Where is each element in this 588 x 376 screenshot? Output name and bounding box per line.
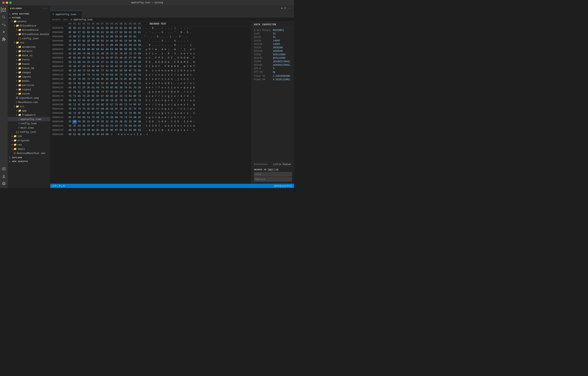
hex-byte[interactable]: E6 bbox=[109, 48, 114, 52]
hex-byte[interactable]: A9 bbox=[72, 48, 77, 52]
hex-byte[interactable]: 2F bbox=[77, 112, 82, 115]
hex-byte[interactable]: 65 bbox=[95, 116, 100, 119]
hex-byte[interactable]: 6E bbox=[95, 90, 100, 94]
hex-byte[interactable]: E6 bbox=[82, 48, 86, 52]
hex-byte[interactable]: 69 bbox=[77, 52, 82, 56]
hex-byte[interactable]: 71 bbox=[109, 112, 114, 115]
sidebar-item-config-luac[interactable]: ▶ ≡ config.luac bbox=[8, 121, 50, 125]
hex-byte[interactable]: 47 bbox=[100, 61, 105, 64]
hex-byte[interactable]: 41 bbox=[105, 65, 109, 68]
hex-byte[interactable]: 30 bbox=[82, 124, 86, 128]
hex-byte[interactable]: 39 bbox=[100, 52, 105, 56]
sidebar-item-original[interactable]: ▶ 📁 original bbox=[8, 138, 50, 143]
hex-byte[interactable]: 6E bbox=[82, 82, 86, 85]
hex-byte[interactable]: 15 bbox=[68, 43, 72, 47]
hex-byte[interactable]: 35 bbox=[133, 31, 137, 34]
hex-byte[interactable]: 01 bbox=[119, 39, 123, 43]
hex-byte[interactable]: 75 bbox=[119, 73, 123, 77]
breadcrumb-assets[interactable]: assets bbox=[52, 18, 61, 21]
hex-byte[interactable]: 61 bbox=[123, 128, 128, 132]
hex-byte[interactable]: 00 bbox=[119, 43, 123, 47]
remote-icon[interactable] bbox=[1, 166, 7, 172]
hex-byte[interactable]: 65 bbox=[68, 82, 72, 85]
settings-icon[interactable] bbox=[1, 181, 7, 187]
hex-byte[interactable]: 73 bbox=[137, 99, 142, 102]
hex-byte[interactable]: 69 bbox=[137, 52, 142, 56]
hex-byte[interactable]: 6C bbox=[82, 112, 86, 115]
hex-byte[interactable]: 65 bbox=[86, 133, 91, 136]
hex-byte[interactable]: 00 bbox=[128, 26, 133, 30]
hex-byte[interactable]: 0B bbox=[128, 48, 133, 52]
hex-byte[interactable]: 73 bbox=[91, 77, 95, 81]
sidebar-item-framework[interactable]: ▶ 📁 framework bbox=[8, 113, 50, 117]
hex-byte[interactable]: 0F bbox=[91, 124, 95, 128]
hex-byte[interactable]: 68 bbox=[91, 69, 95, 73]
hex-byte[interactable]: 49 bbox=[95, 133, 100, 136]
hex-byte[interactable]: 6D bbox=[86, 90, 91, 94]
hex-byte[interactable]: 2E bbox=[109, 77, 114, 81]
hex-byte[interactable]: 61 bbox=[95, 73, 100, 77]
hex-byte[interactable]: 61 bbox=[72, 128, 77, 132]
hex-byte[interactable]: 61 bbox=[77, 90, 82, 94]
hex-byte[interactable]: 65 bbox=[91, 90, 95, 94]
hex-byte[interactable]: 2E bbox=[119, 120, 123, 124]
hex-byte[interactable]: 29 bbox=[114, 26, 119, 30]
hex-byte[interactable]: 65 bbox=[72, 107, 77, 111]
hex-byte[interactable]: 65 bbox=[114, 124, 119, 128]
hex-byte[interactable]: 46 bbox=[95, 65, 100, 68]
hex-byte[interactable]: 0F bbox=[68, 90, 72, 94]
hex-byte[interactable]: 6F bbox=[100, 77, 105, 81]
hex-byte[interactable]: 41 bbox=[119, 61, 123, 64]
hex-row[interactable]: 000000C0E7A9BAE69DA5E8A180E688985D0B7072… bbox=[50, 48, 252, 52]
hex-byte[interactable]: 27 bbox=[77, 35, 82, 39]
hex-byte[interactable]: 72 bbox=[72, 112, 77, 115]
hex-byte[interactable]: 69 bbox=[77, 82, 82, 85]
hex-byte[interactable]: 73 bbox=[123, 103, 128, 107]
hex-byte[interactable]: 6F bbox=[86, 112, 91, 115]
hex-byte[interactable]: 3A bbox=[137, 120, 142, 124]
hex-byte[interactable]: 65 bbox=[123, 52, 128, 56]
hex-byte[interactable]: 44 bbox=[133, 65, 137, 68]
hex-row[interactable]: 000000B01500250118003A01170048000200135B… bbox=[50, 43, 252, 48]
hex-byte[interactable]: 80 bbox=[105, 48, 109, 52]
hex-byte[interactable]: 0C bbox=[95, 128, 100, 132]
hex-byte[interactable]: 79 bbox=[128, 112, 133, 115]
hex-byte[interactable]: 68 bbox=[123, 69, 128, 73]
hex-byte[interactable]: 6E bbox=[100, 112, 105, 115]
hex-row[interactable]: 000001406576696E666F55524C1B2F76312F6F72… bbox=[50, 82, 252, 86]
hex-byte[interactable]: 01 bbox=[100, 39, 105, 43]
hex-byte[interactable]: 53 bbox=[72, 61, 77, 64]
hex-byte[interactable]: 01 bbox=[133, 35, 137, 39]
hex-byte[interactable]: 76 bbox=[77, 77, 82, 81]
hex-byte[interactable]: 3A bbox=[133, 26, 137, 30]
open-editors-section[interactable]: ▶ OPEN EDITORS bbox=[8, 11, 50, 15]
hex-byte[interactable]: 79 bbox=[105, 116, 109, 119]
hex-row[interactable]: 000001C06F67696E517565727920687474703A2F… bbox=[50, 115, 252, 120]
hex-byte[interactable]: 61 bbox=[72, 133, 77, 136]
hex-byte[interactable]: 3A bbox=[133, 116, 137, 119]
hex-byte[interactable]: 10 bbox=[91, 65, 95, 68]
hex-byte[interactable]: 74 bbox=[137, 94, 142, 98]
hex-byte[interactable]: 39 bbox=[77, 120, 82, 124]
hex-byte[interactable]: 67 bbox=[95, 99, 100, 102]
hex-byte[interactable]: 6C bbox=[91, 133, 95, 136]
hex-byte[interactable]: 01 bbox=[123, 26, 128, 30]
hex-byte[interactable]: 25 bbox=[77, 43, 82, 47]
sidebar-item-app[interactable]: ▶ 📁 app bbox=[8, 109, 50, 113]
hex-byte[interactable]: 70 bbox=[123, 86, 128, 90]
hex-byte[interactable]: 6C bbox=[82, 103, 86, 107]
hex-byte[interactable]: 01 bbox=[82, 39, 86, 43]
hex-byte[interactable]: 64 bbox=[128, 94, 133, 98]
hex-byte[interactable]: 75 bbox=[133, 99, 137, 102]
hex-byte[interactable]: 33 bbox=[77, 124, 82, 128]
hex-byte[interactable]: 32 bbox=[128, 120, 133, 124]
hex-byte[interactable]: 01 bbox=[137, 39, 142, 43]
hex-byte[interactable]: 01 bbox=[91, 26, 95, 30]
search-replace-input[interactable] bbox=[254, 177, 292, 181]
hex-byte[interactable]: 35 bbox=[95, 35, 100, 39]
hex-byte[interactable]: 00 bbox=[91, 39, 95, 43]
hex-byte[interactable]: 52 bbox=[114, 61, 119, 64]
hex-byte[interactable]: 6E bbox=[82, 133, 86, 136]
hex-byte[interactable]: 51 bbox=[86, 116, 91, 119]
hex-byte[interactable]: 6E bbox=[100, 103, 105, 107]
